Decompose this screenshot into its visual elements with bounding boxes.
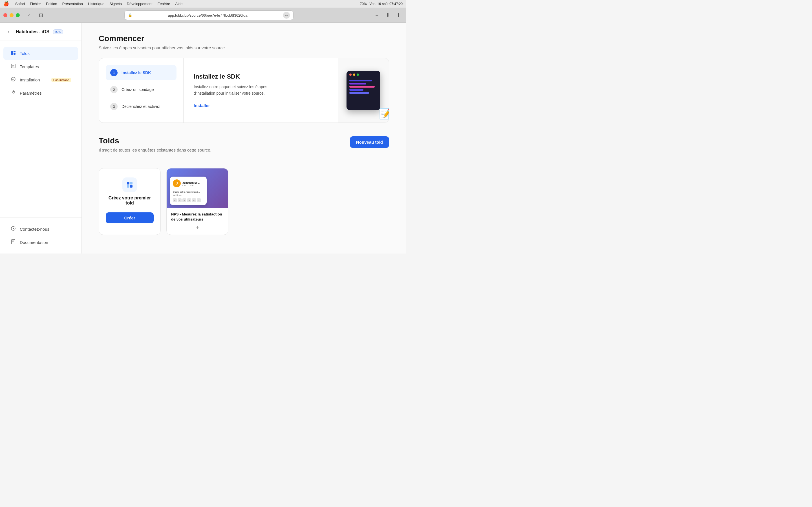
tolds-subtitle: Il s'agit de toutes les enquêtes existan… bbox=[99, 148, 211, 152]
nps-scale: 0 1 2 3 4 5 bbox=[173, 198, 204, 202]
tolds-header: Tolds Il s'agit de toutes les enquêtes e… bbox=[99, 136, 389, 160]
steps-card: 1 Installez le SDK 2 Créez un sondage 3 … bbox=[99, 58, 389, 123]
lock-icon: 🔒 bbox=[128, 13, 132, 17]
sidebar-title: Habitudes - iOS bbox=[16, 29, 49, 34]
nps-preview: J Jonathan Sc... CEO d'une... Quelle est… bbox=[167, 168, 228, 208]
svg-rect-14 bbox=[130, 185, 133, 187]
menubar-fichier[interactable]: Fichier bbox=[30, 2, 41, 6]
nps-avatar: J bbox=[173, 179, 181, 187]
step-2-label: Créez un sondage bbox=[121, 87, 154, 92]
menubar-presentation[interactable]: Présentation bbox=[62, 2, 83, 6]
svg-rect-1 bbox=[13, 51, 15, 52]
sidebar-item-installation[interactable]: Installation Pas installé bbox=[3, 73, 78, 86]
step-3-number: 3 bbox=[110, 103, 117, 110]
sidebar-footer: Contactez-nous Documentation bbox=[0, 217, 82, 253]
step-2-item[interactable]: 2 Créez un sondage bbox=[106, 82, 176, 97]
getting-started-subtitle: Suivez les étapes suivantes pour affiche… bbox=[99, 45, 389, 50]
svg-rect-11 bbox=[127, 182, 130, 184]
step-1-label: Installez le SDK bbox=[121, 70, 151, 75]
svg-rect-12 bbox=[130, 182, 133, 184]
sdk-card-visual bbox=[347, 71, 380, 110]
address-bar[interactable]: 🔒 app.told.club/source/66bee7e4e77fbcb6f… bbox=[124, 10, 294, 20]
sdk-illustration: 📝 bbox=[338, 58, 389, 122]
contact-label: Contactez-nous bbox=[20, 227, 49, 231]
window-dots bbox=[349, 73, 359, 76]
minimize-window-button[interactable] bbox=[10, 13, 13, 17]
menubar-signets[interactable]: Signets bbox=[109, 2, 121, 6]
steps-list: 1 Installez le SDK 2 Créez un sondage 3 … bbox=[99, 58, 184, 122]
ios-badge: iOS bbox=[53, 29, 63, 34]
datetime: Ven. 16 août 07:47:20 bbox=[370, 2, 403, 6]
share-button[interactable]: ⬆ bbox=[394, 11, 403, 19]
sidebar-item-parametres[interactable]: Paramètres bbox=[3, 87, 78, 100]
templates-icon bbox=[10, 63, 16, 70]
steps-detail: Installez le SDK Installez notre paquet … bbox=[184, 58, 338, 122]
traffic-lights bbox=[3, 13, 20, 17]
sidebar-nav: Tolds Templates bbox=[0, 41, 82, 217]
close-window-button[interactable] bbox=[3, 13, 7, 17]
svg-rect-13 bbox=[127, 185, 130, 187]
nps-add-button[interactable]: + bbox=[171, 224, 223, 231]
nps-role: CEO d'une... bbox=[183, 184, 200, 187]
create-told-button[interactable]: Créer bbox=[106, 212, 154, 223]
menubar-historique[interactable]: Historique bbox=[88, 2, 105, 6]
menubar-safari[interactable]: Safari bbox=[15, 2, 25, 6]
svg-point-7 bbox=[13, 92, 14, 93]
step-3-item[interactable]: 3 Déclenchez et activez bbox=[106, 99, 176, 114]
sidebar-toggle-button[interactable]: ⊡ bbox=[36, 11, 46, 19]
documentation-label: Documentation bbox=[20, 240, 48, 245]
add-tab-button[interactable]: ＋ bbox=[373, 11, 381, 19]
tolds-grid: Créez votre premier told Créer J Jonatha… bbox=[99, 168, 389, 235]
sidebar-header: ← Habitudes - iOS iOS bbox=[0, 23, 82, 41]
sidebar-item-contact[interactable]: Contactez-nous bbox=[3, 223, 78, 235]
nps-question: Quelle est la recommand... ami à u... bbox=[173, 190, 204, 196]
menubar-developpement[interactable]: Développement bbox=[127, 2, 153, 6]
create-card-title: Créez votre premier told bbox=[106, 195, 154, 206]
dot-green bbox=[357, 73, 359, 76]
nps-told-card[interactable]: J Jonathan Sc... CEO d'une... Quelle est… bbox=[166, 168, 229, 235]
installation-badge: Pas installé bbox=[51, 78, 71, 82]
step-3-label: Déclenchez et activez bbox=[121, 104, 160, 109]
svg-rect-4 bbox=[12, 65, 14, 66]
svg-rect-0 bbox=[11, 51, 13, 55]
tolds-icon bbox=[10, 50, 16, 57]
create-icon bbox=[122, 177, 137, 192]
installation-icon bbox=[10, 76, 16, 83]
sidebar: ← Habitudes - iOS iOS Tolds bbox=[0, 23, 82, 253]
contact-icon bbox=[10, 226, 16, 233]
back-arrow-button[interactable]: ← bbox=[7, 29, 12, 35]
fullscreen-window-button[interactable] bbox=[16, 13, 20, 17]
getting-started-title: Commencer bbox=[99, 34, 389, 43]
app-container: ← Habitudes - iOS iOS Tolds bbox=[0, 23, 406, 253]
nouveau-told-button[interactable]: Nouveau told bbox=[350, 136, 389, 148]
download-button[interactable]: ⬇ bbox=[384, 11, 392, 19]
step-2-number: 2 bbox=[110, 86, 117, 93]
more-options-button[interactable]: ··· bbox=[283, 12, 290, 18]
install-link[interactable]: Installer bbox=[194, 103, 328, 108]
menubar-fenetre[interactable]: Fenêtre bbox=[158, 2, 170, 6]
back-button[interactable]: ‹ bbox=[25, 11, 33, 19]
nps-name: Jonathan Sc... bbox=[183, 181, 200, 184]
svg-rect-5 bbox=[12, 66, 13, 66]
apple-logo-icon: 🍎 bbox=[3, 1, 9, 6]
menubar-edition[interactable]: Edition bbox=[46, 2, 57, 6]
installation-label: Installation bbox=[20, 77, 40, 82]
battery-status: 70% bbox=[360, 2, 367, 6]
sidebar-item-tolds[interactable]: Tolds bbox=[3, 47, 78, 60]
create-told-card: Créez votre premier told Créer bbox=[99, 168, 161, 235]
menubar: 🍎 Safari Fichier Edition Présentation Hi… bbox=[0, 0, 406, 8]
dot-red bbox=[349, 73, 352, 76]
doc-icon bbox=[10, 239, 16, 246]
parametres-icon bbox=[10, 90, 16, 97]
sidebar-item-templates[interactable]: Templates bbox=[3, 60, 78, 73]
nps-survey-card: J Jonathan Sc... CEO d'une... Quelle est… bbox=[170, 177, 207, 205]
menubar-aide[interactable]: Aide bbox=[175, 2, 183, 6]
step-1-item[interactable]: 1 Installez le SDK bbox=[106, 65, 176, 80]
sidebar-item-documentation[interactable]: Documentation bbox=[3, 236, 78, 249]
browser-chrome: ‹ ⊡ 🔒 app.told.club/source/66bee7e4e77fb… bbox=[0, 8, 406, 23]
svg-rect-2 bbox=[13, 53, 15, 55]
nps-card-body: NPS - Mesurez la satisfaction de vos uti… bbox=[167, 208, 228, 235]
templates-label: Templates bbox=[20, 64, 39, 69]
cursor-emoji: 📝 bbox=[379, 108, 389, 120]
code-lines bbox=[349, 80, 377, 95]
